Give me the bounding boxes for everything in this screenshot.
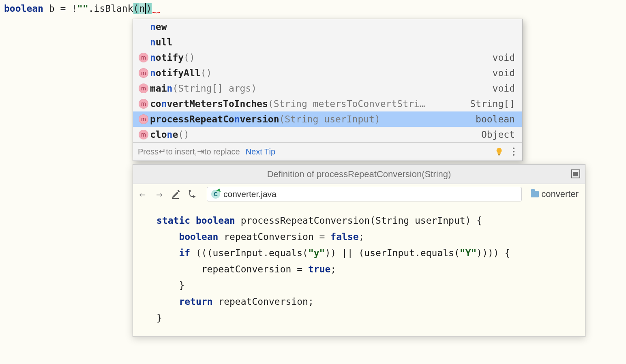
- completion-item[interactable]: mnotify()void: [133, 50, 522, 65]
- completion-item-icon: m: [137, 130, 150, 139]
- footer-text-replace: to replace: [204, 147, 240, 156]
- definition-titlebar: Definition of processRepeatConversion(St…: [133, 165, 585, 184]
- definition-code[interactable]: static boolean processRepeatConversion(S…: [133, 204, 585, 336]
- completion-item[interactable]: mconvertMetersToInches(String metersToCo…: [133, 96, 522, 111]
- method-icon: m: [139, 114, 148, 124]
- completion-item[interactable]: mmain(String[] args)void: [133, 81, 522, 96]
- completion-item[interactable]: mprocessRepeatConversion(String userInpu…: [133, 111, 522, 127]
- error-squiggle-icon: [152, 12, 160, 13]
- completion-footer: Press ↵ to insert, ⇥ to replace Next Tip: [133, 142, 522, 161]
- typed-char: n: [139, 3, 145, 14]
- string-literal: "": [77, 3, 88, 14]
- completion-item-name: notify(): [150, 52, 493, 63]
- completion-item-name: convertMetersToInches(String metersToCon…: [150, 98, 470, 109]
- package-folder-icon: [531, 191, 539, 197]
- completion-item[interactable]: mclone()Object: [133, 127, 522, 142]
- method-icon: m: [139, 99, 148, 109]
- file-path-field[interactable]: C converter.java: [207, 187, 522, 201]
- close-paren: ): [146, 3, 152, 14]
- completion-item[interactable]: new: [133, 19, 522, 34]
- lightbulb-icon[interactable]: [495, 147, 504, 156]
- svg-rect-0: [498, 154, 500, 155]
- completion-item-returntype: Object: [481, 129, 515, 140]
- tab-key-icon: ⇥: [197, 147, 204, 156]
- expand-icon[interactable]: [571, 169, 580, 178]
- svg-rect-1: [172, 198, 179, 199]
- edit-icon[interactable]: [171, 189, 181, 199]
- footer-text-press: Press: [138, 147, 159, 156]
- completion-item[interactable]: mnotifyAll()void: [133, 65, 522, 81]
- enter-key-icon: ↵: [159, 147, 166, 156]
- file-name: converter.java: [223, 189, 277, 199]
- footer-text-insert: to insert,: [166, 147, 197, 156]
- completion-item-returntype: String[]: [470, 98, 515, 109]
- package-name: converter: [541, 189, 579, 199]
- completion-item-name: new: [150, 21, 515, 32]
- completion-item[interactable]: null: [133, 34, 522, 50]
- editor-code-line[interactable]: boolean b = !"".isBlank(n): [0, 0, 626, 17]
- code-text: b = !: [43, 3, 77, 14]
- method-icon: m: [139, 130, 148, 139]
- completion-list: newnullmnotify()voidmnotifyAll()voidmmai…: [133, 19, 522, 142]
- method-call: .isBlank: [88, 3, 133, 14]
- completion-item-icon: m: [137, 99, 150, 109]
- completion-item-returntype: boolean: [476, 114, 515, 124]
- definition-toolbar: ← → C converter.java converter: [133, 184, 585, 204]
- open-paren: (: [133, 3, 139, 14]
- keyword-boolean: boolean: [4, 3, 43, 14]
- definition-panel: Definition of processRepeatConversion(St…: [133, 164, 585, 337]
- completion-item-name: processRepeatConversion(String userInput…: [150, 114, 476, 124]
- package-label[interactable]: converter: [531, 189, 581, 199]
- more-menu-icon[interactable]: [510, 147, 517, 156]
- completion-item-icon: m: [137, 68, 150, 78]
- forward-arrow-icon[interactable]: →: [154, 189, 165, 199]
- method-icon: m: [139, 84, 148, 93]
- method-icon: m: [139, 53, 148, 62]
- class-file-icon: C: [211, 190, 220, 199]
- completion-item-name: main(String[] args): [150, 83, 493, 94]
- completion-item-name: notifyAll(): [150, 68, 493, 78]
- completion-item-returntype: void: [493, 52, 515, 63]
- back-arrow-icon[interactable]: ←: [137, 189, 148, 199]
- method-icon: m: [139, 68, 148, 78]
- completion-item-name: clone(): [150, 129, 481, 140]
- completion-item-icon: m: [137, 84, 150, 93]
- navigate-source-icon[interactable]: [187, 189, 198, 199]
- completion-item-returntype: void: [493, 83, 515, 94]
- completion-item-icon: m: [137, 53, 150, 62]
- completion-item-name: null: [150, 37, 515, 47]
- completion-popup: newnullmnotify()voidmnotifyAll()voidmmai…: [133, 19, 523, 161]
- next-tip-link[interactable]: Next Tip: [246, 147, 275, 156]
- completion-item-icon: m: [137, 114, 150, 124]
- definition-title-text: Definition of processRepeatConversion(St…: [267, 169, 451, 180]
- svg-point-2: [189, 190, 191, 192]
- completion-item-returntype: void: [493, 68, 515, 78]
